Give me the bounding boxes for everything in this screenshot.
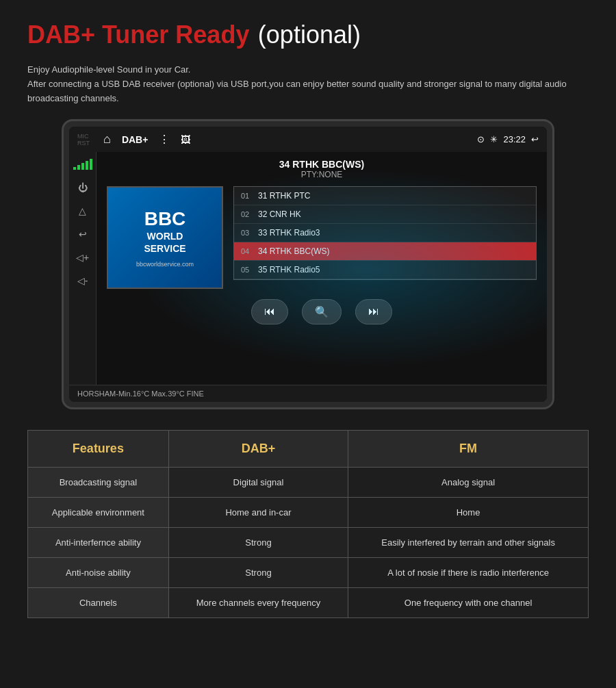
back-sidebar-icon[interactable]: ↩ xyxy=(79,229,87,240)
bbc-logo-box: BBC WORLD SERVICE bbcworldservice.com xyxy=(107,186,223,289)
nav-bar: MICRST ⌂ DAB+ ⋮ 🖼 ⊙ ✳ 23:22 ↩ xyxy=(69,127,547,152)
title-bold: DAB+ Tuner Ready xyxy=(27,21,249,49)
table-row: Broadcasting signalDigital signalAnalog … xyxy=(28,468,589,498)
left-sidebar: ⏻ △ ↩ ◁+ ◁- xyxy=(69,152,97,385)
nav-title: DAB+ xyxy=(122,134,149,145)
td-feature: Applicable environment xyxy=(28,498,169,528)
td-dab: Strong xyxy=(168,528,348,558)
td-feature: Broadcasting signal xyxy=(28,468,169,498)
table-header-row: Features DAB+ FM xyxy=(28,431,589,468)
td-dab: Strong xyxy=(168,558,348,588)
status-bar: ⊙ ✳ 23:22 ↩ xyxy=(477,134,539,144)
signal-bars xyxy=(73,159,92,170)
td-feature: Anti-noise ability xyxy=(28,558,169,588)
page-wrapper: DAB+ Tuner Ready (optional) Enjoy Audiop… xyxy=(0,0,616,632)
th-dab: DAB+ xyxy=(168,431,348,468)
location-icon: ⊙ xyxy=(477,134,485,144)
th-features: Features xyxy=(28,431,169,468)
signal-bar-4 xyxy=(86,161,88,170)
station-info: 34 RTHK BBC(WS) PTY:NONE xyxy=(107,159,537,179)
channel-item[interactable]: 03 33 RTHK Radio3 xyxy=(234,224,536,242)
playback-controls: ⏮ 🔍 ⏭ xyxy=(107,299,537,324)
bbc-logo-text: BBC xyxy=(144,208,186,230)
device-section: MICRST ⌂ DAB+ ⋮ 🖼 ⊙ ✳ 23:22 ↩ xyxy=(0,112,616,423)
menu-dots-icon[interactable]: ⋮ xyxy=(159,133,170,146)
description: Enjoy Audiophile-level Sound in your Car… xyxy=(27,63,589,105)
channel-list: 01 31 RTHK PTC 02 32 CNR HK 03 33 RTHK R… xyxy=(233,186,537,280)
channel-item[interactable]: 02 32 CNR HK xyxy=(234,205,536,224)
media-area: BBC WORLD SERVICE bbcworldservice.com xyxy=(107,186,537,289)
signal-bar-2 xyxy=(77,165,80,170)
prev-button[interactable]: ⏮ xyxy=(251,299,288,324)
td-dab: Home and in-car xyxy=(168,498,348,528)
td-fm: A lot of nosie if there is radio interfe… xyxy=(348,558,589,588)
home-icon[interactable]: ⌂ xyxy=(103,132,111,146)
table-row: Applicable environmentHome and in-carHom… xyxy=(28,498,589,528)
channel-item[interactable]: 05 35 RTHK Radio5 xyxy=(234,261,536,279)
title-optional: (optional) xyxy=(258,21,361,49)
td-fm: One frequency with one channel xyxy=(348,588,589,618)
channel-item[interactable]: 01 31 RTHK PTC xyxy=(234,187,536,205)
next-button[interactable]: ⏭ xyxy=(355,299,392,324)
volume-down-icon[interactable]: ◁- xyxy=(77,275,88,286)
screen-content: ⏻ △ ↩ ◁+ ◁- 34 RTHK BBC(WS) PTY:NONE xyxy=(69,152,547,385)
station-name: 34 RTHK BBC(WS) xyxy=(107,159,537,170)
header-section: DAB+ Tuner Ready (optional) Enjoy Audiop… xyxy=(0,0,616,112)
weather-bar: HORSHAM-Min.16°C Max.39°C FINE xyxy=(69,385,547,402)
bluetooth-icon: ✳ xyxy=(490,134,498,144)
td-feature: Channels xyxy=(28,588,169,618)
td-dab: Digital signal xyxy=(168,468,348,498)
th-fm: FM xyxy=(348,431,589,468)
search-button[interactable]: 🔍 xyxy=(302,299,342,324)
signal-bar-5 xyxy=(90,159,92,170)
bbc-url: bbcworldservice.com xyxy=(136,261,194,268)
td-fm: Analog signal xyxy=(348,468,589,498)
table-section: Features DAB+ FM Broadcasting signalDigi… xyxy=(0,423,616,632)
td-fm: Home xyxy=(348,498,589,528)
table-row: ChannelsMore channels every frequencyOne… xyxy=(28,588,589,618)
channel-item-active[interactable]: 04 34 RTHK BBC(WS) xyxy=(234,242,536,261)
device-frame: MICRST ⌂ DAB+ ⋮ 🖼 ⊙ ✳ 23:22 ↩ xyxy=(62,119,554,409)
mic-label: MICRST xyxy=(77,133,90,146)
signal-bar-3 xyxy=(81,163,84,170)
table-row: Anti-interfernce abilityStrongEasily int… xyxy=(28,528,589,558)
screen-main: 34 RTHK BBC(WS) PTY:NONE BBC WORLD SERVI… xyxy=(97,152,547,385)
td-feature: Anti-interfernce ability xyxy=(28,528,169,558)
bbc-world-service-text: WORLD SERVICE xyxy=(144,230,185,255)
volume-icon[interactable]: ◁+ xyxy=(76,252,89,263)
signal-bar-1 xyxy=(73,167,76,170)
device-screen: MICRST ⌂ DAB+ ⋮ 🖼 ⊙ ✳ 23:22 ↩ xyxy=(69,127,547,402)
station-pty: PTY:NONE xyxy=(107,170,537,179)
image-icon[interactable]: 🖼 xyxy=(181,134,190,145)
clock: 23:22 xyxy=(503,134,526,144)
td-fm: Easily interfered by terrain and other s… xyxy=(348,528,589,558)
power-icon[interactable]: ⏻ xyxy=(78,182,88,193)
home-sidebar-icon[interactable]: △ xyxy=(79,205,86,216)
table-row: Anti-noise abilityStrongA lot of nosie i… xyxy=(28,558,589,588)
comparison-table: Features DAB+ FM Broadcasting signalDigi… xyxy=(27,430,589,618)
page-title: DAB+ Tuner Ready (optional) xyxy=(27,21,589,49)
back-icon[interactable]: ↩ xyxy=(531,134,539,144)
td-dab: More channels every frequency xyxy=(168,588,348,618)
